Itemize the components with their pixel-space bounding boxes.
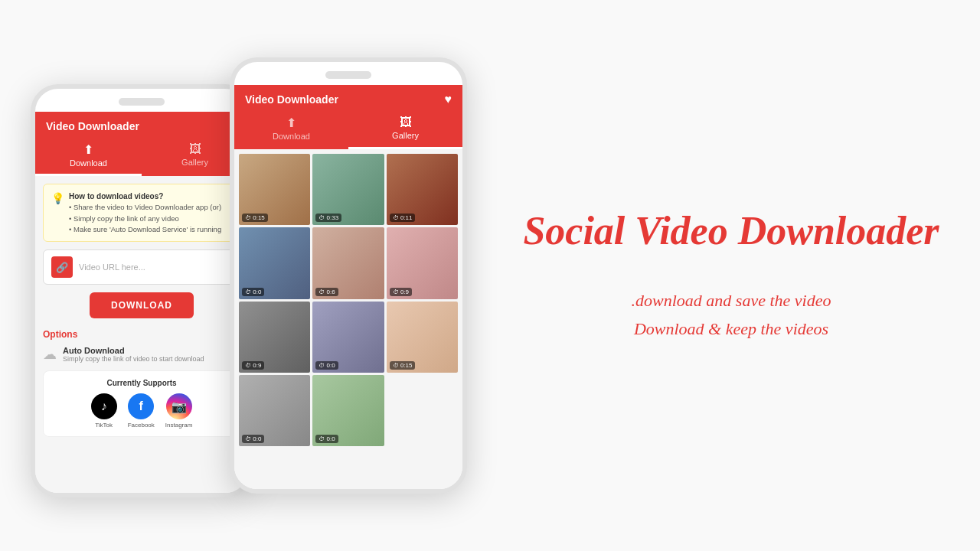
gallery-thumb[interactable]: ⏱ 0:6	[312, 227, 384, 298]
thumb-duration: ⏱ 0:0	[315, 435, 338, 443]
download-tab-label-2: Download	[273, 132, 310, 141]
heart-icon-2: ♥	[445, 93, 452, 106]
url-input-row[interactable]: 🔗 Video URL here...	[43, 249, 240, 285]
phone-gallery: Video Downloader ♥ ⬆ Download 🖼 Gallery …	[230, 57, 467, 494]
subtitle-line-1: .download and save the video	[632, 286, 831, 315]
cloud-icon: ☁	[43, 346, 57, 363]
gallery-tab-icon: 🖼	[189, 142, 201, 156]
info-bullet-3: Make sure 'Auto Download Service' is run…	[74, 225, 221, 233]
gallery-thumb[interactable]: ⏱ 0:0	[312, 375, 384, 446]
thumb-duration: ⏱ 0:9	[242, 361, 264, 370]
download-tab-icon-2: ⬆	[286, 116, 296, 130]
tabs-2: ⬆ Download 🖼 Gallery	[234, 111, 462, 149]
social-instagram-item: 📷 Instagram	[165, 393, 193, 429]
phone-1-content: 💡 How to download videos? • Share the vi…	[35, 176, 248, 493]
social-facebook-item: f Facebook	[128, 393, 155, 429]
thumb-duration: ⏱ 0:9	[390, 288, 412, 296]
phone-2-screen: Video Downloader ♥ ⬆ Download 🖼 Gallery …	[234, 62, 462, 489]
gallery-thumb[interactable]: ⏱ 0:0	[239, 375, 310, 446]
info-bullet-2: Simply copy the link of any video	[74, 214, 179, 223]
download-button[interactable]: DOWNLOAD	[90, 292, 194, 318]
social-icons-row: ♪ TikTok f Facebook 📷 Instagram	[51, 393, 232, 429]
auto-download-text: Auto Download Simply copy the link of vi…	[63, 346, 224, 363]
gallery-thumb[interactable]: ⏱ 0:0	[239, 227, 310, 298]
gallery-thumb[interactable]: ⏱ 0:11	[387, 154, 458, 225]
main-title: Social Video Downloader	[523, 207, 939, 255]
tabs-1: ⬆ Download 🖼 Gallery	[35, 138, 248, 176]
thumb-duration: ⏱ 0:15	[390, 361, 416, 370]
supports-title: Currently Supports	[51, 379, 232, 387]
thumb-duration: ⏱ 0:0	[242, 435, 264, 443]
scene: Video Downloader ♥ ⬆ Download 🖼 Gallery …	[0, 0, 980, 551]
instagram-label: Instagram	[165, 422, 193, 429]
phone-1-screen: Video Downloader ♥ ⬆ Download 🖼 Gallery …	[35, 89, 248, 493]
tab-download-2[interactable]: ⬆ Download	[234, 111, 348, 149]
app-header-2: Video Downloader ♥	[234, 85, 462, 111]
gallery-grid: ⏱ 0:15⏱ 0:33⏱ 0:11⏱ 0:0⏱ 0:6⏱ 0:9⏱ 0:9⏱ …	[237, 152, 460, 448]
gallery-thumb[interactable]: ⏱ 0:9	[387, 227, 458, 298]
link-icon: 🔗	[56, 262, 68, 273]
tab-gallery-2[interactable]: 🖼 Gallery	[348, 111, 462, 149]
info-bullet-1: Share the video to Video Downloader app …	[74, 203, 221, 211]
gallery-tab-label-2: Gallery	[392, 131, 419, 140]
phone-download: Video Downloader ♥ ⬆ Download 🖼 Gallery …	[31, 84, 253, 497]
info-box: 💡 How to download videos? • Share the vi…	[43, 184, 240, 242]
subtitle-block: .download and save the video Download & …	[632, 286, 831, 344]
instagram-icon: 📷	[166, 393, 192, 419]
supports-box: Currently Supports ♪ TikTok f Facebook 📷	[43, 370, 240, 437]
gallery-thumb[interactable]: ⏱ 0:15	[239, 154, 310, 225]
download-tab-label: Download	[70, 158, 107, 168]
subtitle-line-2: Download & keep the videos	[632, 315, 831, 343]
url-placeholder-text: Video URL here...	[79, 262, 145, 272]
right-section: Social Video Downloader .download and sa…	[467, 207, 949, 343]
gallery-tab-icon-2: 🖼	[400, 116, 412, 129]
tab-download-1[interactable]: ⬆ Download	[35, 138, 142, 176]
facebook-icon: f	[128, 393, 154, 419]
thumb-duration: ⏱ 0:0	[315, 361, 338, 370]
tiktok-label: TikTok	[95, 422, 113, 429]
app-title-2: Video Downloader	[245, 93, 338, 106]
app-title-1: Video Downloader	[46, 120, 139, 132]
link-icon-box: 🔗	[51, 256, 73, 278]
gallery-tab-label: Gallery	[181, 158, 208, 167]
gallery-thumb[interactable]: ⏱ 0:33	[312, 154, 384, 225]
facebook-label: Facebook	[128, 422, 155, 429]
thumb-duration: ⏱ 0:15	[242, 214, 268, 222]
app-header-1: Video Downloader ♥	[35, 112, 248, 138]
auto-download-subtitle: Simply copy the link of video to start d…	[63, 355, 224, 363]
thumb-duration: ⏱ 0:0	[242, 288, 264, 296]
options-label: Options	[43, 329, 240, 340]
auto-download-title: Auto Download	[63, 346, 224, 355]
auto-download-row: ☁ Auto Download Simply copy the link of …	[43, 346, 240, 363]
gallery-thumb[interactable]: ⏱ 0:9	[239, 302, 310, 373]
gallery-content: ⏱ 0:15⏱ 0:33⏱ 0:11⏱ 0:0⏱ 0:6⏱ 0:9⏱ 0:9⏱ …	[234, 149, 462, 489]
thumb-duration: ⏱ 0:11	[390, 214, 416, 222]
gallery-thumb[interactable]: ⏱ 0:0	[312, 302, 384, 373]
bulb-icon: 💡	[51, 192, 64, 204]
info-title: How to download videos?	[69, 192, 163, 201]
thumb-duration: ⏱ 0:6	[315, 288, 338, 296]
info-text: How to download videos? • Share the vide…	[69, 191, 221, 235]
thumb-duration: ⏱ 0:33	[315, 214, 341, 222]
tiktok-icon: ♪	[91, 393, 117, 419]
social-tiktok-item: ♪ TikTok	[91, 393, 117, 429]
download-tab-icon: ⬆	[83, 142, 93, 157]
gallery-thumb[interactable]: ⏱ 0:15	[387, 302, 458, 373]
